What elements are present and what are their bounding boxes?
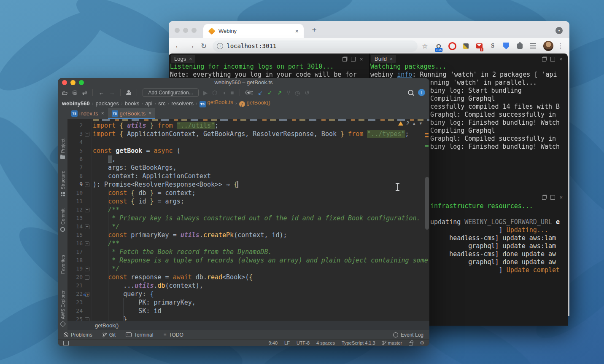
history-icon[interactable]: ◷ [295,89,300,96]
lock-icon[interactable] [409,342,413,345]
code-line[interactable]: 23 PK: primaryKey, [67,298,429,307]
indent-setting[interactable]: 4 spaces [316,340,335,345]
language-version[interactable]: TypeScript 4.1.3 [342,340,375,345]
code-line[interactable]: 15 const primaryKey = utils.createPk(con… [67,231,429,239]
sidebar-item-aws-explorer[interactable]: AWS Explorer [58,290,67,326]
editor[interactable]: 2import { utils } from "../utils";3–impo… [67,119,429,321]
code-line[interactable]: 4 [67,138,429,147]
settings-gear-icon[interactable]: ⚙ [420,340,424,346]
breadcrumb-item[interactable]: books [125,100,140,107]
close-icon[interactable]: × [559,57,563,61]
back-icon[interactable]: ← [175,42,182,50]
run-icon[interactable]: ▶ [203,89,208,96]
inspection-widget[interactable]: 2 ▲ ▼ [398,120,423,126]
toolwindow-problems[interactable]: Problems [64,332,92,338]
red-ring-extension-icon[interactable] [448,42,456,50]
fold-marker-icon[interactable]: – [85,208,89,212]
code-line[interactable]: 21 ...utils.db(context), [67,281,429,290]
fold-marker-icon[interactable]: – [85,182,89,187]
code-line[interactable]: 19– */ [67,265,429,273]
git-branch-widget[interactable]: master [382,340,402,345]
save-icon[interactable]: ⛁ [73,89,78,96]
navigate-forward-icon[interactable]: → [109,89,115,96]
breadcrumb-item[interactable]: api [145,100,152,107]
add-configuration-button[interactable]: Add Configuration... [143,88,198,97]
breadcrumb-item[interactable]: TSgetBook.ts [200,99,233,107]
sidebar-item-favorites[interactable]: Favorites [58,255,67,276]
restore-icon[interactable] [542,57,546,62]
forward-icon[interactable]: → [188,42,195,50]
close-icon[interactable]: × [360,57,363,61]
code-line[interactable]: 3–import { ApplicationContext, GetBookAr… [67,130,429,138]
tab-close-icon[interactable]: × [101,110,104,116]
sidebar-item-structure[interactable]: Structure [58,171,67,196]
next-error-icon[interactable]: ▼ [419,121,423,126]
event-log-button[interactable]: Event Log [393,332,423,338]
breadcrumb-item[interactable]: resolvers [171,100,194,107]
url-text[interactable]: localhost:3011 [227,43,276,49]
warning-mark[interactable] [425,136,429,137]
file-encoding[interactable]: UTF-8 [297,340,310,345]
fold-marker-icon[interactable]: – [85,225,89,229]
tab-close-icon[interactable]: × [390,56,393,62]
breadcrumb-item[interactable]: packages [95,100,119,107]
code-line[interactable]: 24 SK: id [67,307,429,315]
ide-titlebar[interactable]: webiny560 – getBook.ts [58,78,429,87]
restore-icon[interactable] [342,57,347,62]
code-line[interactable]: 10 const { db } = context; [67,189,429,197]
git-update-icon[interactable]: ↙ [258,89,263,96]
address-bar[interactable]: i localhost:3011 [213,40,418,52]
profile-avatar[interactable] [543,41,553,51]
ide-update-icon[interactable]: ↑ [418,89,425,96]
code-line[interactable]: 9–): Promise<ResolverResponse<Book>> ⇒ { [67,180,429,189]
panel-toggle-icon[interactable] [63,341,69,345]
site-info-icon[interactable]: i [217,43,223,49]
editor-scrollbar[interactable] [425,177,429,230]
code-line[interactable]: 17 * Fetch the Book record from the Dyna… [67,248,429,256]
code-line[interactable]: 5const getBook = async ( [67,147,429,155]
gutter-badge-icon[interactable]: ⊙↑ [84,291,89,299]
change-mark[interactable] [425,145,429,147]
maximize-icon[interactable] [550,195,555,200]
browser-tab[interactable]: Webiny × [203,24,304,38]
git-branch-icon[interactable]: ⑂ [286,89,290,96]
terminal-tab-build[interactable]: Build× [371,55,396,63]
meta-inspector-extension-icon[interactable]: Ω0.35 [435,42,443,50]
code-line[interactable]: 14– */ [67,222,429,231]
restore-icon[interactable] [542,195,546,200]
navigate-back-icon[interactable]: ← [98,89,104,96]
maximize-icon[interactable] [351,57,356,62]
code-line[interactable]: 18 * Response is a tuple of records (alw… [67,256,429,265]
code-line[interactable]: 16– /** [67,239,429,248]
s-extension-icon[interactable]: S [489,42,497,50]
toolwindow-todo[interactable]: ≡TODO [163,332,183,338]
code-line[interactable]: 25– } [67,315,429,321]
caret-position[interactable]: 9:40 [269,340,278,345]
bottom-breadcrumb[interactable]: getBook() [67,321,429,330]
code-line[interactable]: 20– const response = await db.read<Book>… [67,273,429,281]
breadcrumb-item[interactable]: webiny560 [62,100,90,107]
terminal-tab-logs[interactable]: Logs× [171,55,195,63]
window-zoom-button[interactable] [79,80,84,85]
code-line[interactable]: 13 * Primary key is always constructed o… [67,214,429,222]
profiler-icon[interactable]: ◑ [222,89,226,96]
window-minimize-button[interactable] [70,80,76,85]
toolwindow-terminal[interactable]: ›Terminal [126,332,153,338]
code-line[interactable]: 7 args: GetBookArgs, [67,163,429,172]
close-icon[interactable]: × [559,195,563,199]
profile-icon[interactable]: ▾ [126,90,131,95]
queue-extension-icon[interactable] [529,42,537,50]
sync-icon[interactable]: ⇄ [82,89,87,96]
browser-menu-icon[interactable]: ⋮ [558,42,564,50]
toolwindow-git[interactable]: Git [102,332,116,338]
fold-marker-icon[interactable]: – [85,267,89,271]
debug-icon[interactable]: ⬡ [212,89,217,96]
editor-tab-getBook-ts[interactable]: TSgetBook.ts× [108,108,155,119]
tab-close-icon[interactable]: × [148,110,151,116]
window-close-button[interactable] [62,80,67,85]
code-line[interactable]: 11 const { id } = args; [67,197,429,206]
bookmark-star-icon[interactable]: ☆ [422,42,428,50]
color-picker-extension-icon[interactable] [462,42,470,50]
reload-icon[interactable]: ↻ [201,42,207,51]
git-commit-icon[interactable]: ✓ [267,89,272,96]
